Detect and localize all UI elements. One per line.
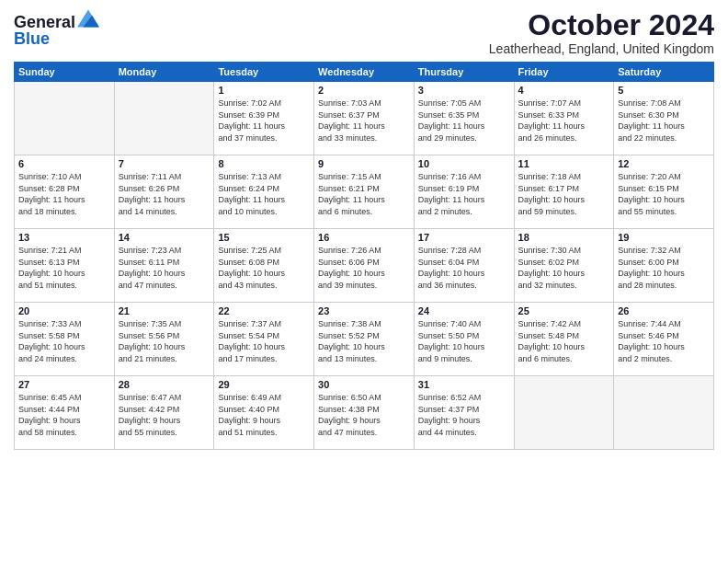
calendar-cell: 1Sunrise: 7:02 AM Sunset: 6:39 PM Daylig… <box>214 82 314 155</box>
day-info: Sunrise: 6:50 AM Sunset: 4:38 PM Dayligh… <box>318 392 410 438</box>
calendar-cell: 18Sunrise: 7:30 AM Sunset: 6:02 PM Dayli… <box>514 229 614 303</box>
weekday-header-wednesday: Wednesday <box>314 63 415 82</box>
day-number: 17 <box>418 232 510 243</box>
day-number: 25 <box>518 305 610 316</box>
day-number: 14 <box>119 232 210 243</box>
day-info: Sunrise: 7:35 AM Sunset: 5:56 PM Dayligh… <box>119 318 210 364</box>
logo-icon <box>77 9 99 28</box>
day-number: 18 <box>518 232 610 243</box>
title-block: October 2024 Leatherhead, England, Unite… <box>489 9 714 56</box>
day-number: 23 <box>318 305 410 316</box>
day-info: Sunrise: 7:02 AM Sunset: 6:39 PM Dayligh… <box>218 98 310 144</box>
day-number: 11 <box>518 158 610 169</box>
calendar-week-5: 27Sunrise: 6:45 AM Sunset: 4:44 PM Dayli… <box>15 376 714 450</box>
calendar-cell: 4Sunrise: 7:07 AM Sunset: 6:33 PM Daylig… <box>514 82 614 155</box>
page: General Blue October 2024 Leatherhead, E… <box>0 0 728 563</box>
calendar-cell <box>114 82 214 155</box>
weekday-header-row: SundayMondayTuesdayWednesdayThursdayFrid… <box>15 63 714 82</box>
day-info: Sunrise: 7:40 AM Sunset: 5:50 PM Dayligh… <box>418 318 510 364</box>
day-number: 22 <box>218 305 310 316</box>
calendar-cell: 23Sunrise: 7:38 AM Sunset: 5:52 PM Dayli… <box>314 303 415 376</box>
calendar-cell: 9Sunrise: 7:15 AM Sunset: 6:21 PM Daylig… <box>314 155 415 229</box>
calendar-cell: 5Sunrise: 7:08 AM Sunset: 6:30 PM Daylig… <box>614 82 714 155</box>
calendar-cell: 15Sunrise: 7:25 AM Sunset: 6:08 PM Dayli… <box>214 229 314 303</box>
calendar-cell: 27Sunrise: 6:45 AM Sunset: 4:44 PM Dayli… <box>15 376 115 450</box>
weekday-header-monday: Monday <box>114 63 214 82</box>
day-info: Sunrise: 6:49 AM Sunset: 4:40 PM Dayligh… <box>218 392 310 438</box>
calendar-table: SundayMondayTuesdayWednesdayThursdayFrid… <box>14 62 714 450</box>
day-number: 1 <box>218 85 310 96</box>
day-info: Sunrise: 7:37 AM Sunset: 5:54 PM Dayligh… <box>218 318 310 364</box>
day-info: Sunrise: 7:08 AM Sunset: 6:30 PM Dayligh… <box>618 98 710 144</box>
day-info: Sunrise: 7:23 AM Sunset: 6:11 PM Dayligh… <box>119 245 210 291</box>
day-number: 5 <box>618 85 710 96</box>
calendar-cell: 14Sunrise: 7:23 AM Sunset: 6:11 PM Dayli… <box>114 229 214 303</box>
location: Leatherhead, England, United Kingdom <box>489 41 714 56</box>
calendar-cell: 11Sunrise: 7:18 AM Sunset: 6:17 PM Dayli… <box>514 155 614 229</box>
calendar-cell: 12Sunrise: 7:20 AM Sunset: 6:15 PM Dayli… <box>614 155 714 229</box>
calendar-cell <box>614 376 714 450</box>
calendar-cell: 29Sunrise: 6:49 AM Sunset: 4:40 PM Dayli… <box>214 376 314 450</box>
day-number: 24 <box>418 305 510 316</box>
calendar-cell: 19Sunrise: 7:32 AM Sunset: 6:00 PM Dayli… <box>614 229 714 303</box>
day-number: 26 <box>618 305 710 316</box>
day-number: 12 <box>618 158 710 169</box>
day-info: Sunrise: 7:38 AM Sunset: 5:52 PM Dayligh… <box>318 318 410 364</box>
calendar-cell <box>15 82 115 155</box>
calendar-cell: 20Sunrise: 7:33 AM Sunset: 5:58 PM Dayli… <box>15 303 115 376</box>
day-number: 19 <box>618 232 710 243</box>
day-info: Sunrise: 7:20 AM Sunset: 6:15 PM Dayligh… <box>618 171 710 217</box>
calendar-cell: 21Sunrise: 7:35 AM Sunset: 5:56 PM Dayli… <box>114 303 214 376</box>
day-info: Sunrise: 7:32 AM Sunset: 6:00 PM Dayligh… <box>618 245 710 291</box>
day-number: 2 <box>318 85 410 96</box>
day-info: Sunrise: 7:42 AM Sunset: 5:48 PM Dayligh… <box>518 318 610 364</box>
calendar-cell: 31Sunrise: 6:52 AM Sunset: 4:37 PM Dayli… <box>414 376 514 450</box>
calendar-cell: 24Sunrise: 7:40 AM Sunset: 5:50 PM Dayli… <box>414 303 514 376</box>
logo: General Blue <box>14 9 99 49</box>
weekday-header-tuesday: Tuesday <box>214 63 314 82</box>
calendar-cell: 22Sunrise: 7:37 AM Sunset: 5:54 PM Dayli… <box>214 303 314 376</box>
day-number: 15 <box>218 232 310 243</box>
day-info: Sunrise: 6:52 AM Sunset: 4:37 PM Dayligh… <box>418 392 510 438</box>
day-number: 27 <box>18 379 110 390</box>
weekday-header-thursday: Thursday <box>414 63 514 82</box>
calendar-week-1: 1Sunrise: 7:02 AM Sunset: 6:39 PM Daylig… <box>15 82 714 155</box>
calendar-cell: 28Sunrise: 6:47 AM Sunset: 4:42 PM Dayli… <box>114 376 214 450</box>
weekday-header-friday: Friday <box>514 63 614 82</box>
day-info: Sunrise: 7:30 AM Sunset: 6:02 PM Dayligh… <box>518 245 610 291</box>
day-number: 3 <box>418 85 510 96</box>
day-info: Sunrise: 7:25 AM Sunset: 6:08 PM Dayligh… <box>218 245 310 291</box>
day-number: 8 <box>218 158 310 169</box>
calendar-week-4: 20Sunrise: 7:33 AM Sunset: 5:58 PM Dayli… <box>15 303 714 376</box>
day-info: Sunrise: 6:45 AM Sunset: 4:44 PM Dayligh… <box>18 392 110 438</box>
day-info: Sunrise: 7:26 AM Sunset: 6:06 PM Dayligh… <box>318 245 410 291</box>
calendar-cell: 10Sunrise: 7:16 AM Sunset: 6:19 PM Dayli… <box>414 155 514 229</box>
calendar-cell: 6Sunrise: 7:10 AM Sunset: 6:28 PM Daylig… <box>15 155 115 229</box>
day-number: 20 <box>18 305 110 316</box>
calendar-cell: 16Sunrise: 7:26 AM Sunset: 6:06 PM Dayli… <box>314 229 415 303</box>
day-info: Sunrise: 7:18 AM Sunset: 6:17 PM Dayligh… <box>518 171 610 217</box>
calendar-week-2: 6Sunrise: 7:10 AM Sunset: 6:28 PM Daylig… <box>15 155 714 229</box>
day-info: Sunrise: 7:13 AM Sunset: 6:24 PM Dayligh… <box>218 171 310 217</box>
weekday-header-saturday: Saturday <box>614 63 714 82</box>
header: General Blue October 2024 Leatherhead, E… <box>14 9 714 56</box>
calendar-cell: 13Sunrise: 7:21 AM Sunset: 6:13 PM Dayli… <box>15 229 115 303</box>
calendar-cell: 8Sunrise: 7:13 AM Sunset: 6:24 PM Daylig… <box>214 155 314 229</box>
day-info: Sunrise: 7:15 AM Sunset: 6:21 PM Dayligh… <box>318 171 410 217</box>
day-number: 13 <box>18 232 110 243</box>
calendar-cell <box>514 376 614 450</box>
day-number: 16 <box>318 232 410 243</box>
weekday-header-sunday: Sunday <box>15 63 115 82</box>
calendar-cell: 30Sunrise: 6:50 AM Sunset: 4:38 PM Dayli… <box>314 376 415 450</box>
day-number: 7 <box>119 158 210 169</box>
calendar-cell: 7Sunrise: 7:11 AM Sunset: 6:26 PM Daylig… <box>114 155 214 229</box>
day-info: Sunrise: 7:44 AM Sunset: 5:46 PM Dayligh… <box>618 318 710 364</box>
day-info: Sunrise: 7:16 AM Sunset: 6:19 PM Dayligh… <box>418 171 510 217</box>
day-number: 31 <box>418 379 510 390</box>
day-number: 6 <box>18 158 110 169</box>
day-number: 4 <box>518 85 610 96</box>
day-info: Sunrise: 7:28 AM Sunset: 6:04 PM Dayligh… <box>418 245 510 291</box>
day-info: Sunrise: 7:10 AM Sunset: 6:28 PM Dayligh… <box>18 171 110 217</box>
day-number: 29 <box>218 379 310 390</box>
day-info: Sunrise: 7:07 AM Sunset: 6:33 PM Dayligh… <box>518 98 610 144</box>
